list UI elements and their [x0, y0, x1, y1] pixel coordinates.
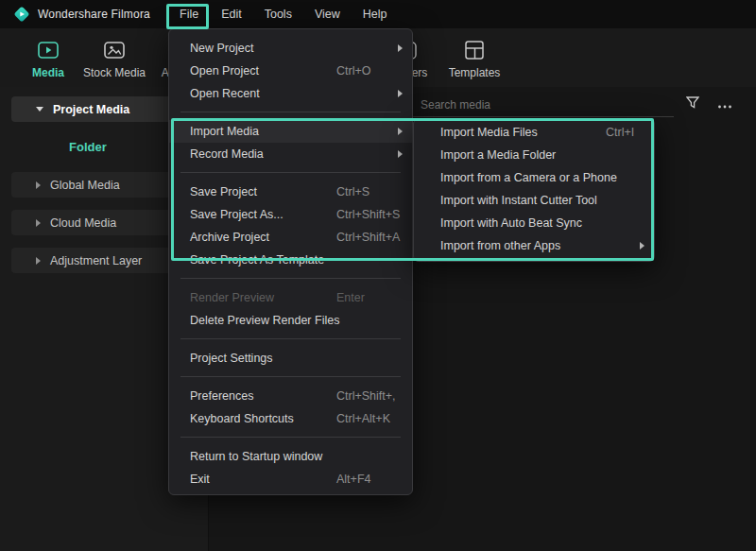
import-submenu-item-import-a-media-folder[interactable]: Import a Media Folder [414, 144, 654, 166]
expand-triangle-icon[interactable] [36, 219, 41, 227]
tab-label: Templates [438, 66, 510, 79]
menubar-item-view[interactable]: View [303, 0, 352, 28]
media-icon [26, 40, 70, 60]
expand-triangle-icon[interactable] [36, 257, 41, 265]
menu-item-label: Preferences [190, 385, 253, 407]
menu-item-shortcut: Ctrl+O [336, 60, 370, 82]
titlebar: Wondershare Filmora FileEditToolsViewHel… [0, 0, 756, 28]
tab-media[interactable]: Media [26, 40, 70, 87]
menu-item-label: Exit [190, 468, 210, 491]
file-menu-item-project-settings[interactable]: Project Settings [169, 347, 412, 370]
menu-separator [180, 338, 401, 339]
menu-item-label: Open Project [190, 60, 259, 82]
file-menu-item-record-media[interactable]: Record Media [169, 143, 412, 165]
menu-item-label: New Project [190, 37, 253, 60]
menu-item-label: Project Settings [190, 347, 273, 370]
menu-item-label: Import a Media Folder [440, 144, 556, 166]
menu-separator [180, 278, 401, 279]
tab-label: Stock Media [81, 66, 147, 79]
menu-item-shortcut: Ctrl+Shift+, [336, 385, 396, 407]
file-menu-item-save-project-as[interactable]: Save Project As...Ctrl+Shift+S [169, 203, 412, 226]
submenu-arrow-icon [398, 150, 403, 158]
menubar: FileEditToolsViewHelp [168, 0, 398, 28]
submenu-arrow-icon [398, 44, 403, 52]
file-menu-item-keyboard-shortcuts[interactable]: Keyboard ShortcutsCtrl+Alt+K [169, 407, 412, 430]
more-options-icon[interactable] [717, 96, 732, 113]
menu-item-label: Open Recent [190, 82, 260, 105]
menubar-item-file[interactable]: File [168, 0, 210, 28]
file-menu-dropdown: New ProjectOpen ProjectCtrl+OOpen Recent… [168, 28, 413, 495]
menu-separator [180, 172, 401, 173]
menu-separator [180, 437, 401, 438]
file-menu-item-new-project[interactable]: New Project [169, 37, 412, 60]
file-menu-item-preferences[interactable]: PreferencesCtrl+Shift+, [169, 385, 412, 407]
file-menu-item-delete-preview-render-files[interactable]: Delete Preview Render Files [169, 309, 412, 332]
collapse-triangle-icon[interactable] [36, 107, 43, 112]
menu-item-label: Import Media Files [440, 121, 538, 144]
file-menu-item-exit[interactable]: ExitAlt+F4 [169, 468, 412, 491]
menubar-item-help[interactable]: Help [352, 0, 399, 28]
menu-item-shortcut: Ctrl+S [336, 181, 369, 203]
menu-item-label: Return to Startup window [190, 445, 322, 468]
filmora-window: Wondershare Filmora FileEditToolsViewHel… [0, 0, 756, 551]
import-submenu-item-import-with-instant-cutter-tool[interactable]: Import with Instant Cutter Tool [414, 189, 654, 212]
import-submenu-item-import-with-auto-beat-sync[interactable]: Import with Auto Beat Sync [414, 212, 654, 234]
submenu-arrow-icon [398, 90, 403, 97]
menu-separator [180, 376, 401, 377]
expand-triangle-icon[interactable] [36, 181, 41, 189]
templates-icon [438, 40, 510, 60]
menu-item-label: Save Project As... [190, 203, 284, 226]
menu-item-label: Save Project [190, 181, 257, 203]
import-submenu-item-import-media-files[interactable]: Import Media FilesCtrl+I [414, 121, 654, 144]
file-menu-item-archive-project[interactable]: Archive ProjectCtrl+Shift+A [169, 226, 412, 249]
search-field[interactable] [398, 93, 674, 117]
file-menu-item-save-project-as-template[interactable]: Save Project As Template [169, 249, 412, 271]
file-menu-item-return-to-startup-window[interactable]: Return to Startup window [169, 445, 412, 468]
file-menu-item-render-preview[interactable]: Render PreviewEnter [169, 286, 412, 309]
menu-separator [180, 112, 401, 112]
menu-item-label: Keyboard Shortcuts [190, 407, 294, 430]
menu-item-label: Save Project As Template [190, 249, 324, 271]
stock-media-icon [81, 40, 147, 60]
menu-item-shortcut: Ctrl+I [606, 121, 634, 144]
menu-item-label: Import with Auto Beat Sync [440, 212, 582, 234]
tab-stock-media[interactable]: Stock Media [81, 40, 147, 87]
submenu-arrow-icon [640, 242, 644, 250]
menu-item-label: Import with Instant Cutter Tool [440, 189, 597, 212]
menu-item-label: Render Preview [190, 286, 274, 309]
menu-item-shortcut: Alt+F4 [336, 468, 370, 491]
import-media-submenu: Import Media FilesCtrl+IImport a Media F… [413, 118, 655, 262]
menu-item-shortcut: Enter [336, 286, 365, 309]
menu-item-shortcut: Ctrl+Shift+A [336, 226, 400, 249]
menu-item-label: Import from a Camera or a Phone [440, 166, 617, 189]
menu-item-label: Archive Project [190, 226, 269, 249]
search-input[interactable] [421, 98, 647, 112]
filter-icon[interactable] [686, 95, 699, 112]
app-title: Wondershare Filmora [38, 8, 150, 21]
file-menu-item-import-media[interactable]: Import Media [169, 120, 412, 143]
menu-item-shortcut: Ctrl+Alt+K [336, 407, 390, 430]
submenu-arrow-icon [398, 128, 403, 135]
tab-templates[interactable]: Templates [438, 40, 510, 87]
menu-item-label: Import Media [190, 120, 259, 143]
file-menu-item-save-project[interactable]: Save ProjectCtrl+S [169, 181, 412, 203]
file-menu-item-open-project[interactable]: Open ProjectCtrl+O [169, 60, 412, 82]
file-menu-item-open-recent[interactable]: Open Recent [169, 82, 412, 105]
menubar-item-edit[interactable]: Edit [210, 0, 253, 28]
menu-item-label: Delete Preview Render Files [190, 309, 339, 332]
menubar-item-tools[interactable]: Tools [253, 0, 303, 28]
menu-item-label: Record Media [190, 143, 264, 165]
menu-item-shortcut: Ctrl+Shift+S [336, 203, 400, 226]
menu-item-label: Import from other Apps [440, 234, 560, 257]
import-submenu-item-import-from-a-camera-or-a-phone[interactable]: Import from a Camera or a Phone [414, 166, 654, 189]
tab-label: Media [26, 66, 70, 79]
import-submenu-item-import-from-other-apps[interactable]: Import from other Apps [414, 234, 654, 257]
filmora-logo [13, 6, 30, 23]
